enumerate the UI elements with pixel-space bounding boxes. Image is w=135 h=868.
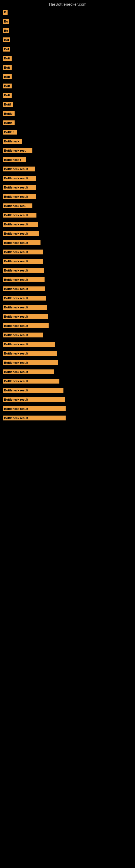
site-title: TheBottlenecker.com (0, 0, 135, 8)
bar-row: Bo (3, 26, 132, 35)
bar-row: Bottleneck result (3, 367, 132, 376)
bar-row: Bottleneck result (3, 257, 132, 266)
bar-label: Bottleneck result (3, 406, 65, 411)
bar-row: Bottl (3, 100, 132, 109)
bar-label: Bottleneck result (3, 305, 47, 310)
bar-label: Bottleneck result (3, 388, 63, 393)
bar-row: Bot (3, 44, 132, 54)
bar-label: Bottleneck result (3, 342, 55, 347)
bar-label: Bottleneck result (3, 286, 45, 291)
bar-row: Bottleneck result (3, 303, 132, 312)
bar-label: Bottleneck result (3, 323, 49, 328)
bar-label: Bottleneck (3, 139, 22, 144)
bar-label: Bo (3, 19, 9, 24)
bar-row: Bottleneck result (3, 376, 132, 386)
bar-label: Bottleneck result (3, 314, 48, 319)
bar-row: Bottleneck result (3, 293, 132, 303)
bar-row: Bott (3, 82, 132, 91)
bar-row: B (3, 8, 132, 17)
bar-row: Bottleneck result (3, 174, 132, 183)
bar-label: Bottle (3, 120, 14, 125)
bar-row: Bottleneck result (3, 404, 132, 413)
bar-row: Bottleneck result (3, 247, 132, 257)
bar-label: Bot (3, 37, 10, 42)
bar-row: Bottleneck result (3, 284, 132, 293)
bar-row: Bottleneck result (3, 340, 132, 349)
bar-row: Bottleneck result (3, 330, 132, 340)
bar-label: Bottleneck result (3, 176, 36, 181)
bar-label: Bott (3, 93, 12, 98)
bar-label: Bott (3, 74, 12, 79)
bar-label: Bo (3, 28, 9, 33)
bar-row: Bo (3, 17, 132, 26)
bar-label: Bottleneck result (3, 277, 45, 282)
bar-label: Bottleneck r (3, 157, 26, 162)
bar-label: Bottleneck result (3, 185, 36, 190)
bar-row: Bottleneck r (3, 155, 132, 164)
bar-row: Bott (3, 72, 132, 82)
bar-label: Bottleneck result (3, 333, 43, 337)
bar-row: Bottleneck result (3, 266, 132, 275)
bar-row: Bottleneck result (3, 386, 132, 395)
bar-label: Bottleneck result (3, 222, 38, 227)
bar-label: Bottleneck result (3, 296, 46, 301)
bar-row: Bottle (3, 109, 132, 118)
bar-row: Bottleneck result (3, 358, 132, 367)
bar-label: Bot (3, 46, 10, 52)
bar-label: Bottleneck result (3, 360, 58, 365)
bar-row: Bot (3, 35, 132, 44)
bar-row: Bottleneck result (3, 229, 132, 238)
bar-label: Bottleneck resu (3, 204, 32, 208)
bar-label: Bottle (3, 111, 14, 116)
bar-row: Bottleneck result (3, 164, 132, 174)
bar-row: Bottleneck result (3, 321, 132, 330)
bar-label: Bottleneck result (3, 194, 36, 199)
bar-row: Bottleneck result (3, 312, 132, 321)
bar-row: Bottleneck result (3, 220, 132, 229)
bar-row: Bott (3, 91, 132, 100)
bar-row: Bottleneck result (3, 183, 132, 192)
bar-row: Bottle (3, 118, 132, 127)
bar-label: Bottleneck result (3, 240, 41, 245)
bar-label: Bottleneck result (3, 166, 35, 172)
bar-label: Bottl (3, 102, 13, 107)
bar-label: Bott (3, 84, 12, 88)
bar-label: Bottleneck result (3, 379, 59, 383)
bar-row: Bott (3, 54, 132, 63)
bar-row: Bottleneck result (3, 238, 132, 247)
bar-label: Bottleneck result (3, 213, 37, 218)
bar-row: Bottleneck result (3, 395, 132, 404)
bar-label: Bottlen (3, 130, 17, 134)
bar-label: Bottleneck resu (3, 148, 32, 153)
bar-row: Bott (3, 63, 132, 72)
bar-row: Bottlen (3, 127, 132, 137)
bar-row: Bottleneck result (3, 192, 132, 201)
bar-label: Bottleneck result (3, 369, 54, 374)
bar-label: B (3, 10, 8, 14)
bar-label: Bottleneck result (3, 415, 65, 421)
bar-row: Bottleneck resu (3, 146, 132, 155)
bar-row: Bottleneck (3, 137, 132, 146)
bar-label: Bott (3, 56, 12, 61)
bar-label: Bott (3, 65, 12, 70)
bar-label: Bottleneck result (3, 397, 65, 402)
bar-label: Bottleneck result (3, 351, 57, 356)
bar-row: Bottleneck result (3, 349, 132, 358)
bar-row: Bottleneck resu (3, 201, 132, 211)
bar-label: Bottleneck result (3, 250, 43, 254)
bar-row: Bottleneck result (3, 211, 132, 220)
bar-row: Bottleneck result (3, 413, 132, 423)
bar-label: Bottleneck result (3, 259, 43, 264)
bar-label: Bottleneck result (3, 231, 39, 236)
bar-label: Bottleneck result (3, 268, 44, 273)
bars-container: BBoBoBotBotBottBottBottBottBottBottlBott… (0, 8, 135, 423)
bar-row: Bottleneck result (3, 275, 132, 284)
